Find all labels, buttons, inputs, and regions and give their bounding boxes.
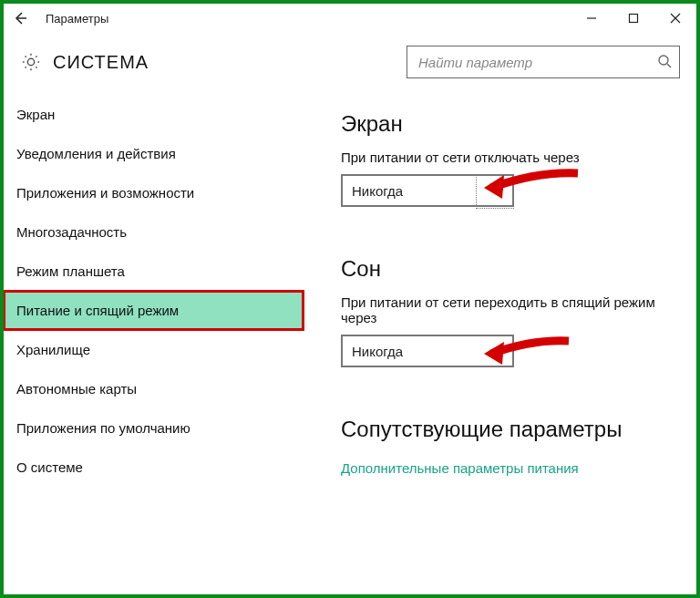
sleep-after-value: Никогда (352, 344, 494, 359)
close-icon (670, 13, 681, 24)
titlebar-left: Параметры (7, 5, 571, 31)
back-button[interactable] (7, 5, 33, 31)
header-left: СИСТЕМА (20, 51, 407, 73)
sidebar-item-label: Уведомления и действия (16, 146, 176, 161)
page-title: СИСТЕМА (53, 52, 149, 73)
svg-rect-0 (630, 15, 638, 23)
search-box[interactable] (407, 46, 680, 78)
additional-power-settings-link[interactable]: Дополнительные параметры питания (341, 460, 579, 476)
sidebar: Экран Уведомления и действия Приложения … (4, 95, 304, 594)
titlebar: Параметры (4, 4, 696, 33)
sidebar-item-apps[interactable]: Приложения и возможности (4, 173, 304, 212)
maximize-button[interactable] (612, 4, 654, 33)
sidebar-item-label: Автономные карты (16, 381, 137, 397)
section-heading-sleep: Сон (341, 256, 676, 282)
sidebar-item-power-sleep[interactable]: Питание и спящий режим (4, 291, 304, 330)
maximize-icon (628, 13, 639, 24)
sidebar-item-display[interactable]: Экран (4, 95, 304, 134)
sidebar-item-label: Приложения и возможности (16, 185, 194, 201)
sidebar-item-label: Питание и спящий режим (16, 303, 179, 318)
gear-icon (20, 51, 42, 73)
window-controls (571, 4, 696, 33)
section-heading-screen: Экран (341, 111, 676, 137)
sidebar-item-storage[interactable]: Хранилище (4, 330, 304, 369)
sidebar-item-offline-maps[interactable]: Автономные карты (4, 369, 304, 408)
chevron-down-icon (494, 344, 505, 359)
sidebar-item-tablet-mode[interactable]: Режим планшета (4, 252, 304, 291)
screen-off-label: При питании от сети отключать через (341, 150, 676, 165)
sleep-after-label: При питании от сети переходить в спящий … (341, 294, 676, 325)
screen-off-value: Никогда (352, 183, 494, 199)
minimize-button[interactable] (571, 4, 612, 33)
sidebar-item-label: Приложения по умолчанию (16, 420, 190, 436)
sleep-after-select[interactable]: Никогда (341, 335, 514, 367)
sidebar-item-multitasking[interactable]: Многозадачность (4, 212, 304, 252)
search-input[interactable] (417, 54, 657, 71)
search-icon (657, 54, 672, 71)
sidebar-item-label: Экран (16, 107, 55, 122)
close-button[interactable] (654, 4, 696, 33)
body: Экран Уведомления и действия Приложения … (4, 95, 696, 594)
sidebar-item-about[interactable]: О системе (4, 448, 304, 487)
header: СИСТЕМА (4, 33, 696, 95)
sidebar-item-label: О системе (16, 459, 83, 475)
screen-off-select[interactable]: Никогда (341, 174, 514, 207)
section-heading-related: Сопутствующие параметры (341, 417, 676, 442)
sidebar-item-label: Хранилище (16, 342, 90, 357)
sidebar-item-label: Многозадачность (16, 224, 127, 240)
content: Экран При питании от сети отключать чере… (304, 95, 696, 594)
sidebar-item-label: Режим планшета (16, 263, 125, 279)
arrow-left-icon (13, 11, 27, 26)
chevron-down-icon (494, 183, 505, 199)
settings-window: Параметры СИСТЕМА (0, 0, 700, 598)
sidebar-item-default-apps[interactable]: Приложения по умолчанию (4, 408, 304, 448)
svg-point-1 (659, 56, 668, 65)
minimize-icon (586, 13, 597, 24)
window-title: Параметры (46, 12, 108, 26)
sidebar-item-notifications[interactable]: Уведомления и действия (4, 134, 304, 173)
